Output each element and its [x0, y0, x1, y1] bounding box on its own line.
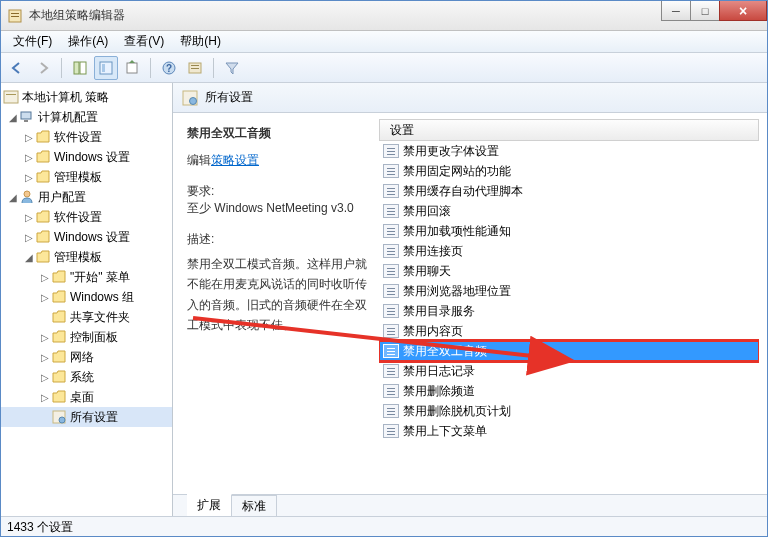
properties-button[interactable]	[94, 56, 118, 80]
list-item[interactable]: 禁用固定网站的功能	[379, 161, 759, 181]
list-item[interactable]: 禁用缓存自动代理脚本	[379, 181, 759, 201]
setting-icon	[383, 304, 399, 318]
requirements-label: 要求:	[187, 183, 369, 200]
toolbar: ?	[1, 53, 767, 83]
requirements-text: 至少 Windows NetMeeting v3.0	[187, 200, 369, 217]
expand-icon[interactable]: ▷	[23, 152, 35, 163]
tree-windows-settings-2[interactable]: ▷Windows 设置	[1, 227, 172, 247]
minimize-button[interactable]: ─	[661, 1, 691, 21]
list-item[interactable]: 禁用聊天	[379, 261, 759, 281]
list-pane: 设置 禁用更改字体设置禁用固定网站的功能禁用缓存自动代理脚本禁用回滚禁用加载项性…	[379, 113, 767, 494]
svg-rect-16	[24, 120, 28, 122]
tree-admin-templates-2[interactable]: ◢管理模板	[1, 247, 172, 267]
svg-point-17	[24, 191, 30, 197]
tabs: 扩展 标准	[173, 494, 767, 516]
svg-rect-5	[100, 62, 112, 74]
expand-icon[interactable]: ▷	[23, 212, 35, 223]
maximize-button[interactable]: □	[690, 1, 720, 21]
tree-start-menu[interactable]: ▷"开始" 菜单	[1, 267, 172, 287]
svg-rect-15	[21, 112, 31, 119]
help-button[interactable]: ?	[157, 56, 181, 80]
tree-windows-components[interactable]: ▷Windows 组	[1, 287, 172, 307]
tree-windows-settings-1[interactable]: ▷Windows 设置	[1, 147, 172, 167]
collapse-icon[interactable]: ◢	[23, 252, 35, 263]
expand-icon[interactable]: ▷	[23, 172, 35, 183]
expand-icon[interactable]: ▷	[39, 272, 51, 283]
show-tree-button[interactable]	[68, 56, 92, 80]
list-item[interactable]: 禁用浏览器地理位置	[379, 281, 759, 301]
tree-admin-templates-1[interactable]: ▷管理模板	[1, 167, 172, 187]
tree-pane[interactable]: 本地计算机 策略 ◢计算机配置 ▷软件设置 ▷Windows 设置 ▷管理模板 …	[1, 83, 173, 516]
list-body[interactable]: 禁用更改字体设置禁用固定网站的功能禁用缓存自动代理脚本禁用回滚禁用加载项性能通知…	[379, 141, 759, 494]
list-item[interactable]: 禁用更改字体设置	[379, 141, 759, 161]
list-item[interactable]: 禁用上下文菜单	[379, 421, 759, 441]
tree-control-panel[interactable]: ▷控制面板	[1, 327, 172, 347]
edit-prefix: 编辑	[187, 153, 211, 167]
app-icon	[7, 8, 23, 24]
tree-shared-folders[interactable]: 共享文件夹	[1, 307, 172, 327]
menubar: 文件(F) 操作(A) 查看(V) 帮助(H)	[1, 31, 767, 53]
setting-icon	[383, 324, 399, 338]
close-button[interactable]: ×	[719, 1, 767, 21]
collapse-icon[interactable]: ◢	[7, 112, 19, 123]
list-column-header[interactable]: 设置	[379, 119, 759, 141]
setting-icon	[383, 344, 399, 358]
expand-icon[interactable]: ▷	[39, 372, 51, 383]
list-item[interactable]: 禁用目录服务	[379, 301, 759, 321]
tree-computer-config[interactable]: ◢计算机配置	[1, 107, 172, 127]
svg-rect-12	[191, 68, 199, 69]
content-header: 所有设置	[173, 83, 767, 113]
statusbar: 1433 个设置	[1, 516, 767, 536]
svg-rect-3	[74, 62, 79, 74]
svg-rect-13	[4, 91, 18, 103]
detail-title: 禁用全双工音频	[187, 125, 369, 142]
svg-point-19	[59, 417, 65, 423]
list-item[interactable]: 禁用日志记录	[379, 361, 759, 381]
expand-icon[interactable]: ▷	[23, 132, 35, 143]
menu-help[interactable]: 帮助(H)	[172, 31, 229, 52]
list-item[interactable]: 禁用连接页	[379, 241, 759, 261]
expand-icon[interactable]: ▷	[23, 232, 35, 243]
options-button[interactable]	[183, 56, 207, 80]
list-item[interactable]: 禁用删除频道	[379, 381, 759, 401]
detail-pane: 禁用全双工音频 编辑策略设置 要求: 至少 Windows NetMeeting…	[173, 113, 379, 494]
svg-rect-2	[11, 16, 19, 17]
list-item[interactable]: 禁用删除脱机页计划	[379, 401, 759, 421]
export-button[interactable]	[120, 56, 144, 80]
tree-desktop[interactable]: ▷桌面	[1, 387, 172, 407]
expand-icon[interactable]: ▷	[39, 332, 51, 343]
menu-action[interactable]: 操作(A)	[60, 31, 116, 52]
expand-icon[interactable]: ▷	[39, 352, 51, 363]
tree-user-config[interactable]: ◢用户配置	[1, 187, 172, 207]
tree-network[interactable]: ▷网络	[1, 347, 172, 367]
list-item[interactable]: 禁用内容页	[379, 321, 759, 341]
filter-button[interactable]	[220, 56, 244, 80]
setting-icon	[383, 404, 399, 418]
menu-view[interactable]: 查看(V)	[116, 31, 172, 52]
svg-rect-7	[127, 63, 137, 73]
menu-file[interactable]: 文件(F)	[5, 31, 60, 52]
setting-icon	[383, 364, 399, 378]
tab-extended[interactable]: 扩展	[187, 494, 232, 516]
forward-button[interactable]	[31, 56, 55, 80]
setting-icon	[383, 384, 399, 398]
setting-icon	[383, 184, 399, 198]
tree-system[interactable]: ▷系统	[1, 367, 172, 387]
edit-policy-link[interactable]: 策略设置	[211, 153, 259, 167]
collapse-icon[interactable]: ◢	[7, 192, 19, 203]
expand-icon[interactable]: ▷	[39, 292, 51, 303]
content-title: 所有设置	[205, 89, 253, 106]
expand-icon[interactable]: ▷	[39, 392, 51, 403]
tree-all-settings[interactable]: 所有设置	[1, 407, 172, 427]
tree-software-settings-2[interactable]: ▷软件设置	[1, 207, 172, 227]
svg-point-21	[190, 97, 197, 104]
tab-standard[interactable]: 标准	[232, 495, 277, 516]
back-button[interactable]	[5, 56, 29, 80]
tree-root[interactable]: 本地计算机 策略	[1, 87, 172, 107]
list-item[interactable]: 禁用加载项性能通知	[379, 221, 759, 241]
tree-software-settings-1[interactable]: ▷软件设置	[1, 127, 172, 147]
list-item[interactable]: 禁用全双工音频	[379, 341, 759, 361]
svg-rect-4	[80, 62, 86, 74]
list-item[interactable]: 禁用回滚	[379, 201, 759, 221]
svg-text:?: ?	[166, 63, 172, 74]
